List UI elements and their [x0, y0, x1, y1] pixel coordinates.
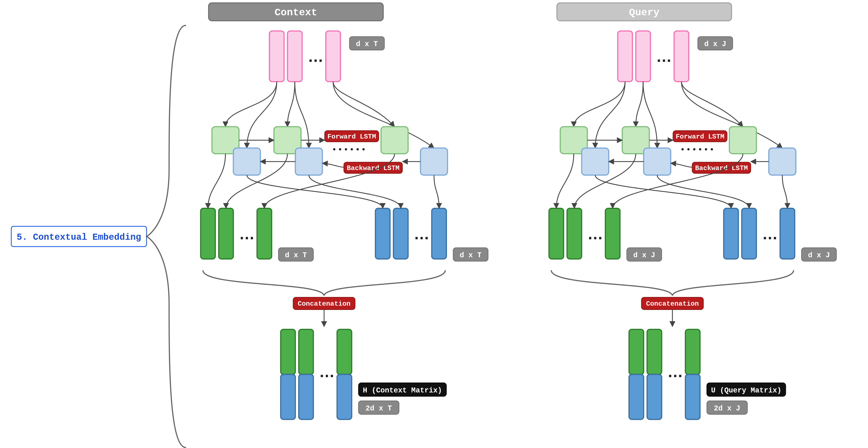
ctx-out-bot-1 — [281, 375, 296, 419]
ctx-input-vec-2 — [287, 31, 302, 82]
ctx-bwd-out-2 — [393, 208, 408, 259]
ctx-fwd-lstm-text: Forward LSTM — [328, 133, 376, 141]
ctx-bwd-dim-text: d x T — [460, 251, 482, 260]
context-header-text: Context — [275, 7, 317, 19]
qry-out-bot-n — [685, 375, 700, 419]
qry-out-top-2 — [647, 329, 662, 374]
ctx-bwd-out-1 — [375, 208, 390, 259]
ctx-bwd-cell-1 — [233, 148, 260, 175]
ellipsis-icon: … — [656, 48, 672, 65]
qry-bwd-out-1 — [724, 208, 738, 259]
ctx-bwd-cell-2 — [296, 148, 322, 175]
qry-input-vec-1 — [618, 31, 632, 82]
query-header-text: Query — [629, 7, 659, 19]
brace-icon — [203, 270, 445, 296]
ctx-input-dim-text: d x T — [356, 40, 378, 48]
qry-bwd-cell-n — [769, 148, 796, 175]
ctx-input-vec-1 — [270, 31, 284, 82]
ellipsis-icon: … — [239, 225, 255, 243]
ctx-out-bot-n — [337, 375, 352, 419]
qry-out-top-1 — [629, 329, 644, 374]
qry-bwd-cell-2 — [644, 148, 671, 175]
ctx-outdim-text: 2d x T — [366, 404, 392, 413]
qry-input-dim-text: d x J — [704, 40, 726, 48]
ctx-fwd-cell-n — [381, 127, 408, 153]
side-label-text: 5. Contextual Embedding — [17, 232, 141, 242]
qry-bwd-out-n — [780, 208, 795, 259]
qry-fwd-lstm-text: Forward LSTM — [676, 133, 724, 141]
ctx-out-top-n — [337, 329, 352, 374]
context-group: Context … d x T Forward LSTM Backward LS… — [200, 3, 488, 419]
ellipsis-icon: •••••• — [332, 145, 367, 154]
qry-fwd-out-2 — [567, 208, 582, 259]
brace-icon — [147, 26, 186, 448]
ellipsis-icon: … — [668, 363, 683, 381]
ellipsis-icon: … — [587, 225, 603, 243]
qry-fwd-cell-n — [729, 127, 756, 153]
qry-outdim-text: 2d x J — [714, 404, 740, 413]
qry-out-bot-1 — [629, 375, 644, 419]
qry-outname-text: U (Query Matrix) — [711, 386, 781, 395]
ctx-input-vec-n — [326, 31, 340, 82]
ctx-fwd-out-n — [257, 208, 272, 259]
qry-fwd-dim-text: d x J — [633, 251, 655, 260]
ctx-fwd-out-1 — [200, 208, 215, 259]
ctx-concat-text: Concatenation — [298, 300, 350, 308]
ctx-bwd-cell-n — [421, 148, 447, 175]
ctx-fwd-out-2 — [219, 208, 233, 259]
qry-fwd-out-1 — [549, 208, 564, 259]
ctx-out-top-2 — [299, 329, 313, 374]
ctx-out-top-1 — [281, 329, 296, 374]
qry-input-vec-2 — [636, 31, 650, 82]
qry-out-bot-2 — [647, 375, 662, 419]
ctx-fwd-dim-text: d x T — [285, 251, 307, 260]
qry-bwd-dim-text: d x J — [808, 251, 830, 260]
ellipsis-icon: … — [762, 225, 778, 243]
qry-input-vec-n — [674, 31, 689, 82]
qry-bwd-cell-1 — [582, 148, 609, 175]
qry-bwd-out-2 — [742, 208, 756, 259]
ellipsis-icon: •••••• — [680, 145, 715, 154]
ctx-out-bot-2 — [299, 375, 313, 419]
ctx-bwd-out-n — [432, 208, 446, 259]
ctx-outname-text: H (Context Matrix) — [363, 386, 442, 395]
query-group: Query … d x J Forward LSTM Backward LSTM… — [549, 3, 836, 419]
qry-out-top-n — [685, 329, 700, 374]
diagram-root: 5. Contextual Embedding Context … d x T … — [0, 0, 868, 448]
qry-concat-text: Concatenation — [646, 300, 699, 308]
ellipsis-icon: … — [414, 225, 429, 243]
brace-icon — [551, 270, 794, 296]
ellipsis-icon: … — [319, 363, 335, 381]
ellipsis-icon: … — [308, 48, 323, 65]
qry-fwd-out-n — [605, 208, 620, 259]
